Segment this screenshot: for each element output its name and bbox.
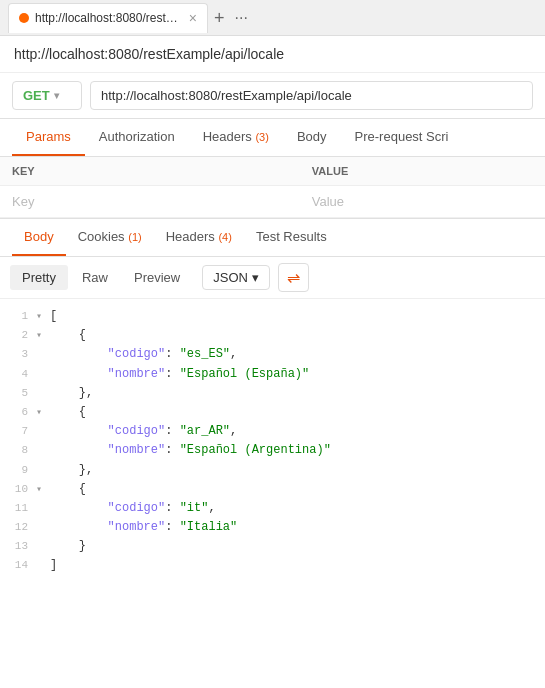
line-number: 5 — [0, 384, 36, 403]
line-number: 13 — [0, 537, 36, 556]
code-line: 3 "codigo": "es_ES", — [0, 345, 545, 364]
value-column-header: VALUE — [300, 157, 545, 186]
tab-close-icon[interactable]: × — [189, 10, 197, 26]
tab-params[interactable]: Params — [12, 119, 85, 156]
browser-tab[interactable]: http://localhost:8080/restExampl × — [8, 3, 208, 33]
format-chevron-icon: ▾ — [252, 270, 259, 285]
chevron-down-icon: ▾ — [54, 90, 59, 101]
code-line: 4 "nombre": "Español (España)" — [0, 365, 545, 384]
line-number: 1 — [0, 307, 36, 326]
line-number: 11 — [0, 499, 36, 518]
tab-title: http://localhost:8080/restExampl — [35, 11, 183, 25]
method-select[interactable]: GET ▾ — [12, 81, 82, 110]
wrap-icon: ⇌ — [287, 268, 300, 287]
raw-button[interactable]: Raw — [70, 265, 120, 290]
line-number: 2 — [0, 326, 36, 345]
line-content: }, — [50, 384, 545, 403]
line-toggle-icon — [36, 461, 50, 463]
method-label: GET — [23, 88, 50, 103]
line-number: 10 — [0, 480, 36, 499]
line-toggle-icon — [36, 518, 50, 520]
response-tabs: Body Cookies (1) Headers (4) Test Result… — [0, 219, 545, 257]
code-line: 12 "nombre": "Italia" — [0, 518, 545, 537]
line-number: 9 — [0, 461, 36, 480]
line-number: 12 — [0, 518, 36, 537]
resp-tab-cookies[interactable]: Cookies (1) — [66, 219, 154, 256]
line-content: { — [50, 480, 545, 499]
code-line: 1▾[ — [0, 307, 545, 326]
url-bar-area: http://localhost:8080/restExample/api/lo… — [0, 36, 545, 73]
code-block: 1▾[2▾ {3 "codigo": "es_ES",4 "nombre": "… — [0, 299, 545, 584]
tab-body[interactable]: Body — [283, 119, 341, 156]
request-url-input[interactable] — [90, 81, 533, 110]
line-toggle-icon — [36, 365, 50, 367]
resp-tab-headers[interactable]: Headers (4) — [154, 219, 244, 256]
resp-tab-body[interactable]: Body — [12, 219, 66, 256]
line-number: 3 — [0, 345, 36, 364]
line-toggle-icon — [36, 422, 50, 424]
tab-authorization[interactable]: Authorization — [85, 119, 189, 156]
line-number: 4 — [0, 365, 36, 384]
line-content: "codigo": "es_ES", — [50, 345, 545, 364]
line-content: } — [50, 537, 545, 556]
line-content: { — [50, 326, 545, 345]
line-content: "nombre": "Italia" — [50, 518, 545, 537]
line-toggle-icon — [36, 441, 50, 443]
line-number: 8 — [0, 441, 36, 460]
line-toggle-icon — [36, 537, 50, 539]
line-toggle-icon[interactable]: ▾ — [36, 480, 50, 498]
line-content: }, — [50, 461, 545, 480]
line-toggle-icon[interactable]: ▾ — [36, 326, 50, 344]
line-toggle-icon — [36, 556, 50, 558]
code-line: 10▾ { — [0, 480, 545, 499]
line-number: 7 — [0, 422, 36, 441]
code-line: 9 }, — [0, 461, 545, 480]
request-tabs: Params Authorization Headers (3) Body Pr… — [0, 119, 545, 157]
code-line: 5 }, — [0, 384, 545, 403]
response-section: Body Cookies (1) Headers (4) Test Result… — [0, 218, 545, 584]
tab-pre-request[interactable]: Pre-request Scri — [341, 119, 463, 156]
line-content: "codigo": "ar_AR", — [50, 422, 545, 441]
code-line: 6▾ { — [0, 403, 545, 422]
format-select[interactable]: JSON ▾ — [202, 265, 270, 290]
wrap-button[interactable]: ⇌ — [278, 263, 309, 292]
preview-button[interactable]: Preview — [122, 265, 192, 290]
line-content: "codigo": "it", — [50, 499, 545, 518]
line-content: ] — [50, 556, 545, 575]
viewer-toolbar: Pretty Raw Preview JSON ▾ ⇌ — [0, 257, 545, 299]
tab-headers[interactable]: Headers (3) — [189, 119, 283, 156]
code-line: 7 "codigo": "ar_AR", — [0, 422, 545, 441]
code-line: 11 "codigo": "it", — [0, 499, 545, 518]
new-tab-button[interactable]: + — [208, 9, 231, 27]
line-content: "nombre": "Español (España)" — [50, 365, 545, 384]
line-number: 14 — [0, 556, 36, 575]
format-label: JSON — [213, 270, 248, 285]
line-content: { — [50, 403, 545, 422]
line-content: "nombre": "Español (Argentina)" — [50, 441, 545, 460]
request-bar: GET ▾ — [0, 73, 545, 119]
key-input-placeholder[interactable]: Key — [0, 186, 300, 218]
line-content: [ — [50, 307, 545, 326]
code-line: 8 "nombre": "Español (Argentina)" — [0, 441, 545, 460]
tab-menu-button[interactable]: ··· — [231, 9, 252, 27]
params-row: Key Value — [0, 186, 545, 218]
tab-favicon — [19, 13, 29, 23]
value-input-placeholder[interactable]: Value — [300, 186, 545, 218]
pretty-button[interactable]: Pretty — [10, 265, 68, 290]
line-toggle-icon[interactable]: ▾ — [36, 307, 50, 325]
key-column-header: KEY — [0, 157, 300, 186]
tab-bar: http://localhost:8080/restExampl × + ··· — [0, 0, 545, 36]
line-toggle-icon — [36, 499, 50, 501]
code-line: 2▾ { — [0, 326, 545, 345]
url-display: http://localhost:8080/restExample/api/lo… — [14, 46, 284, 62]
line-toggle-icon[interactable]: ▾ — [36, 403, 50, 421]
code-line: 13 } — [0, 537, 545, 556]
line-toggle-icon — [36, 345, 50, 347]
code-line: 14] — [0, 556, 545, 575]
resp-tab-test-results[interactable]: Test Results — [244, 219, 339, 256]
line-number: 6 — [0, 403, 36, 422]
line-toggle-icon — [36, 384, 50, 386]
params-table: KEY VALUE Key Value — [0, 157, 545, 218]
